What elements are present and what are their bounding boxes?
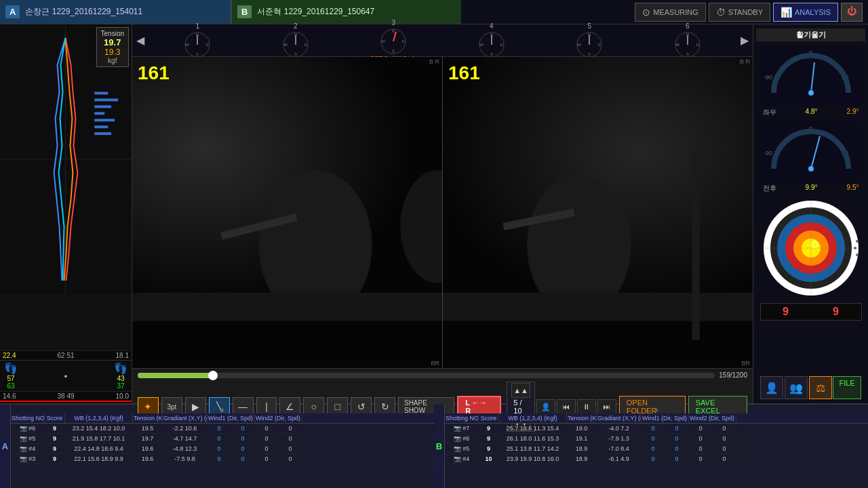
- svg-text:N: N: [392, 29, 395, 33]
- svg-text:W: W: [381, 39, 385, 43]
- svg-text:W: W: [479, 43, 484, 47]
- video-panel-a: 161 BR B R: [132, 57, 443, 368]
- th-b-grad: Gradiant (X,Y) (deg): [597, 413, 642, 423]
- compass-4: 4 N S W E: [458, 22, 526, 58]
- video-bg-a: 161 BR B R: [132, 57, 442, 368]
- table-a-container: A ▲ Shotting NO. Score WB (1,2,3,4) (Kgf…: [0, 405, 434, 488]
- table-b-header: Shotting NO. Score WB (1,2,3,4) (Kgf) Te…: [445, 413, 868, 424]
- balance-top-row: 22.4 62 51 18.1: [0, 350, 132, 360]
- playback-bar: 159/1200 ✦ 3pt ▶ ╲ — | ∠ ○ □ ↺ ↻ SHAPE S…: [132, 368, 753, 403]
- br-label-b-top: B R: [740, 58, 750, 65]
- svg-text:S: S: [588, 52, 591, 56]
- th-b-wind2: Wind2 (Dir, Spd) (m/s): [689, 413, 736, 423]
- player-a-name: 손창근 1229_20161229_154011: [25, 6, 142, 18]
- progress-counter: 159/1200: [719, 371, 747, 379]
- panel-title: 활기울기: [756, 28, 865, 41]
- svg-text:W: W: [185, 43, 189, 47]
- table-b-scroll-up[interactable]: ▲: [445, 405, 868, 413]
- power-button[interactable]: ⏻: [841, 3, 863, 22]
- group-btn[interactable]: 👥: [785, 376, 808, 399]
- svg-text:E: E: [696, 43, 699, 47]
- video-frame-num-a: 161: [138, 62, 170, 84]
- person-single-btn[interactable]: 👤: [760, 376, 783, 399]
- tension-label: Tension: [101, 30, 124, 37]
- table-a: ▲ Shotting NO. Score WB (1,2,3,4) (Kgf) …: [11, 405, 434, 488]
- player-a-label: A: [5, 5, 20, 18]
- svg-text:-90: -90: [764, 150, 772, 157]
- compass-3: 3 N S W E SSE 0m/ W 0m/s: [359, 19, 427, 62]
- table-row: 📷 #4 10 23.9 19.9 10.8 16.0 18.9 -6.1 4.…: [445, 454, 868, 464]
- bottom-table: A ▲ Shotting NO. Score WB (1,2,3,4) (Kgf…: [0, 403, 868, 488]
- th-b-wb: WB (1,2,3,4) (Kgf): [499, 413, 567, 423]
- table-b-side-label: B: [434, 405, 445, 488]
- th-a-wind1: Wind1 (Dir, Spd) (m/s): [208, 413, 255, 423]
- foot-left-icon: 👣: [4, 362, 18, 375]
- foot-left-top: 57: [7, 375, 14, 382]
- svg-text:E: E: [402, 39, 405, 43]
- progress-row: 159/1200: [138, 371, 747, 379]
- svg-rect-3: [94, 92, 108, 94]
- bottom-icon-btns: 👤 👥 ⚖ FILE: [760, 376, 862, 399]
- compare-btn[interactable]: ⚖: [809, 376, 832, 399]
- svg-point-81: [854, 247, 856, 249]
- right-panel: 활기울기 -90 90 0 좌우 4.8° 2.9°: [753, 24, 868, 403]
- player-b-label: B: [237, 5, 252, 18]
- svg-text:S: S: [686, 52, 689, 56]
- svg-text:W: W: [577, 43, 581, 47]
- compass-row: ◀ 1 N S W E 2: [132, 24, 753, 57]
- svg-text:W: W: [283, 43, 288, 47]
- foot-right-bot: 37: [117, 382, 124, 390]
- tension-box: Tension 19.7 19.3 kgf: [96, 27, 129, 67]
- table-b-container: B ▲ Shotting NO. Score WB (1,2,3,4) (Kgf…: [434, 405, 868, 488]
- left-panel: Tension 19.7 19.3 kgf: [0, 24, 132, 403]
- svg-rect-51: [132, 293, 442, 321]
- svg-point-71: [808, 166, 814, 171]
- balance-bot-left: 14.6: [3, 392, 16, 400]
- th-a-tension: Tension (Kgf): [133, 413, 163, 423]
- svg-rect-7: [94, 119, 115, 121]
- score-val-2: 9: [811, 304, 861, 320]
- tension-val1: 19.7: [101, 37, 124, 47]
- standby-icon: ⏱: [716, 7, 726, 18]
- svg-rect-59: [692, 151, 700, 340]
- foot-left: 👣 57 63: [4, 362, 18, 390]
- foot-row-top: 👣 57 63 ● 👣 43 37: [0, 360, 132, 391]
- nav-up-btn[interactable]: ▲▲: [511, 383, 530, 398]
- compass-prev-btn[interactable]: ◀: [132, 34, 149, 47]
- table-row: 📷 #6 9 23.2 15.4 18.2 10.0 19.5 -2.2 10.…: [11, 424, 434, 434]
- compass-2: 2 N S W E: [262, 22, 330, 58]
- video-panel-b: 161 BR B R: [443, 57, 753, 368]
- balance-center1: 62 51: [57, 352, 74, 359]
- analysis-icon: 📊: [781, 7, 792, 18]
- svg-text:E: E: [500, 43, 503, 47]
- th-a-score: Score: [45, 413, 65, 423]
- svg-text:E: E: [598, 43, 601, 47]
- file-btn[interactable]: FILE: [833, 376, 861, 399]
- table-a-body: 📷 #6 9 23.2 15.4 18.2 10.0 19.5 -2.2 10.…: [11, 424, 434, 488]
- table-b: ▲ Shotting NO. Score WB (1,2,3,4) (Kgf) …: [445, 405, 868, 488]
- svg-point-83: [856, 253, 859, 256]
- svg-text:-90: -90: [764, 74, 772, 81]
- measuring-icon: ⊙: [642, 7, 650, 18]
- lr-gauge-svg: -90 90 0: [760, 45, 862, 106]
- main-area: Tension 19.7 19.3 kgf: [0, 24, 868, 403]
- table-row: 📷 #5 9 21.9 15.8 17.7 10.1 19.7 -4.7 14.…: [11, 434, 434, 444]
- progress-thumb[interactable]: [208, 371, 218, 380]
- svg-text:W: W: [675, 43, 679, 47]
- progress-fill: [138, 373, 213, 378]
- tension-unit: kgf: [101, 57, 124, 64]
- balance-bar: [0, 401, 132, 403]
- svg-text:S: S: [490, 52, 493, 56]
- table-row: 📷 #5 9 25.1 13.8 11.7 14.2 18.9 -7.0 8.4…: [445, 444, 868, 454]
- compass-next-btn[interactable]: ▶: [736, 34, 753, 47]
- th-b-wind1: Wind1 (Dir, Spd) (m/s): [642, 413, 689, 423]
- svg-rect-4: [94, 98, 118, 101]
- table-row: 📷 #7 9 25.7 18.6 11.3 15.4 19.0 -4.0 7.2…: [445, 424, 868, 434]
- lr-gauge-container: -90 90 0 좌우 4.8° 2.9°: [760, 45, 862, 117]
- th-b-tension: Tension (Kgf): [567, 413, 597, 423]
- table-a-scroll-up[interactable]: ▲: [11, 405, 434, 413]
- br-label-a: BR: [431, 360, 439, 367]
- progress-track[interactable]: [138, 373, 715, 378]
- mode-analysis-btn[interactable]: 📊 ANALYSIS: [773, 3, 838, 22]
- compass-5: 5 N S W E: [555, 22, 623, 58]
